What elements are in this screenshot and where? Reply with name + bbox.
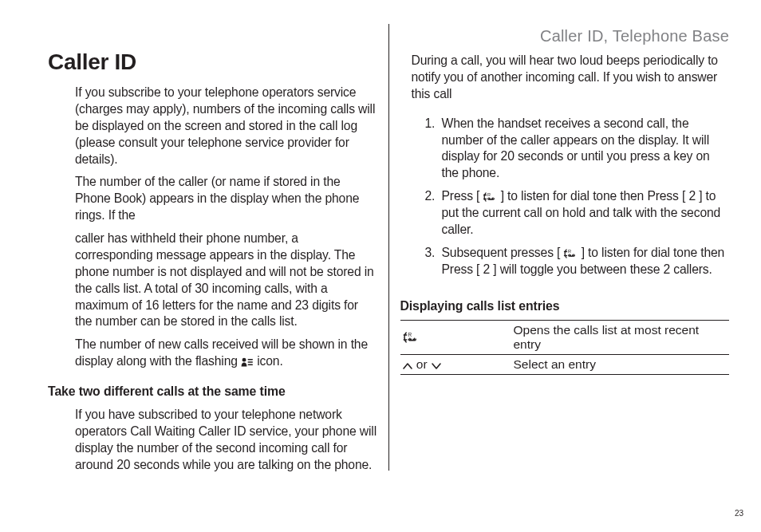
table-row: R Opens the calls list at most recent en…: [400, 320, 730, 354]
table-cell: Select an entry: [514, 354, 730, 374]
right-column: During a call, you will hear two loud be…: [388, 24, 730, 471]
page-number: 23: [735, 509, 743, 518]
body-paragraph: If you subscribe to your telephone opera…: [75, 85, 377, 167]
calls-key-icon: R: [402, 332, 420, 343]
svg-text:R: R: [408, 332, 412, 337]
svg-rect-3: [248, 365, 254, 366]
svg-text:R: R: [568, 249, 571, 254]
steps-list: When the handset receives a second call,…: [400, 112, 730, 285]
down-arrow-icon: [431, 362, 442, 370]
body-paragraph: During a call, you will hear two loud be…: [412, 53, 730, 103]
svg-point-0: [242, 358, 246, 362]
body-paragraph: The number of new calls received will be…: [75, 337, 377, 370]
calls-list-table: R Opens the calls list at most recent en…: [400, 320, 730, 375]
table-cell: Opens the calls list at most recent entr…: [514, 320, 730, 354]
page-title: Caller ID: [48, 49, 377, 75]
section-heading: Take two different calls at the same tim…: [48, 384, 377, 399]
up-arrow-icon: [402, 362, 413, 370]
calls-key-icon: R: [563, 249, 578, 258]
calls-key-icon: R: [483, 192, 497, 202]
table-row: or Select an entry: [400, 354, 730, 374]
body-paragraph: If you have subscribed to your telephone…: [75, 407, 377, 474]
list-item: Subsequent presses [ R ] to listen for d…: [439, 245, 730, 278]
section-heading: Displaying calls list entries: [400, 299, 730, 313]
left-column: Caller ID If you subscribe to your telep…: [48, 24, 388, 471]
svg-text:R: R: [487, 192, 491, 197]
svg-rect-1: [248, 359, 254, 361]
caller-id-icon: [241, 357, 254, 367]
list-item: Press [ R ] to listen for dial tone then…: [439, 188, 730, 238]
body-paragraph: caller has withheld their phone number, …: [75, 231, 377, 330]
body-paragraph: The number of the caller (or name if sto…: [75, 174, 377, 224]
running-head: Caller ID, Telephone Base: [540, 27, 729, 45]
list-item: When the handset receives a second call,…: [439, 116, 730, 183]
svg-rect-2: [248, 361, 254, 363]
